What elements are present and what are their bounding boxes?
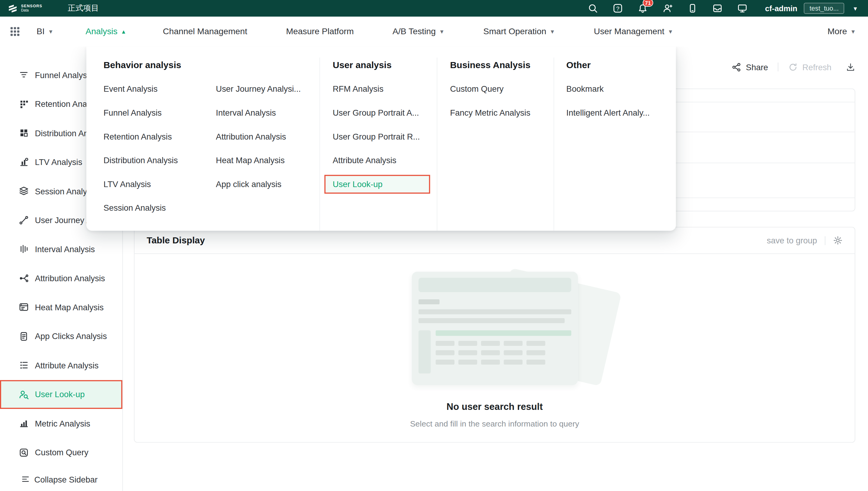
menu-item-attribute-analysis[interactable]: Attribute Analysis	[333, 148, 437, 172]
menu-item-rfm-analysis[interactable]: RFM Analysis	[333, 77, 437, 101]
search-icon[interactable]	[588, 3, 598, 13]
ltv-icon	[19, 157, 29, 167]
nav-item-channel-management[interactable]: Channel Management	[163, 27, 247, 37]
empty-state-illustration	[412, 271, 578, 385]
apps-grid-icon[interactable]	[10, 27, 20, 37]
nav-item-analysis[interactable]: Analysis▲	[86, 27, 127, 37]
panel-title: Table Display	[147, 235, 205, 246]
empty-state-subtitle: Select and fill in the search informatio…	[410, 419, 579, 428]
menu-item-attribution-analysis[interactable]: Attribution Analysis	[216, 124, 301, 148]
table-display-panel: Table Display save to group	[134, 227, 855, 442]
nav-item-ab-testing[interactable]: A/B Testing▼	[393, 27, 445, 37]
empty-state: No user search result Select and fill in…	[135, 254, 855, 428]
collapse-sidebar-button[interactable]: Collapse Sidebar	[0, 467, 122, 491]
menu-item-app-click-analysis[interactable]: App click analysis	[216, 172, 301, 196]
menu-item-user-look-up[interactable]: User Look-up	[333, 172, 437, 196]
sensors-logo: SENSORS Data	[8, 3, 43, 13]
chevron-down-icon: ▼	[668, 28, 673, 34]
refresh-icon	[789, 62, 798, 72]
menu-section-title: Other	[566, 60, 676, 70]
help-icon[interactable]: ?	[613, 3, 623, 13]
sidebar-item-heat-map-analysis[interactable]: Heat Map Analysis	[0, 293, 122, 322]
illustration-main-card	[412, 271, 578, 385]
menu-item-fancy-metric-analysis[interactable]: Fancy Metric Analysis	[450, 101, 554, 125]
nav-item-measure-platform[interactable]: Measure Platform	[286, 27, 354, 37]
chevron-up-icon: ▲	[121, 28, 126, 34]
menu-item-bookmark[interactable]: Bookmark	[566, 77, 676, 101]
header-divider	[825, 236, 825, 245]
chevron-down-icon[interactable]: ▼	[852, 5, 858, 11]
distribution-icon	[19, 128, 29, 138]
chevron-down-icon: ▼	[850, 28, 856, 34]
menu-item-custom-query[interactable]: Custom Query	[450, 77, 554, 101]
monitor-icon[interactable]	[737, 3, 748, 13]
download-button[interactable]	[846, 62, 855, 72]
sidebar-item-app-clicks-analysis[interactable]: App Clicks Analysis	[0, 322, 122, 351]
menu-section-behavior-analysis: Behavior analysis Event Analysis Funnel …	[86, 58, 320, 231]
menu-item-funnel-analysis[interactable]: Funnel Analysis	[104, 101, 216, 125]
menu-item-interval-analysis[interactable]: Interval Analysis	[216, 101, 301, 125]
menu-section-business-analysis: Business Analysis Custom Query Fancy Met…	[437, 58, 554, 231]
sidebar-item-metric-analysis[interactable]: Metric Analysis	[0, 409, 122, 438]
nav-item-user-management[interactable]: User Management▼	[594, 27, 673, 37]
sidebar-item-attribute-analysis[interactable]: Attribute Analysis	[0, 351, 122, 380]
attribute-icon	[19, 360, 29, 370]
chevron-down-icon: ▼	[439, 28, 445, 34]
menu-item-user-group-portrait-r[interactable]: User Group Portrait R...	[333, 124, 437, 148]
topbar: SENSORS Data 正式项目 ? 71	[0, 0, 868, 17]
menu-section-other: Other Bookmark Intelligent Alert Analy..…	[554, 58, 676, 231]
table-display-header: Table Display save to group	[135, 227, 855, 254]
mobile-icon[interactable]	[688, 3, 698, 13]
member-icon[interactable]	[663, 3, 673, 13]
analysis-mega-menu: Behavior analysis Event Analysis Funnel …	[86, 47, 676, 231]
username[interactable]: cf-admin	[765, 4, 797, 13]
bell-icon[interactable]: 71	[638, 3, 648, 13]
funnel-icon	[19, 70, 29, 80]
menu-item-intelligent-alert-analysis[interactable]: Intelligent Alert Analy...	[566, 101, 676, 125]
account-tag[interactable]: test_tuo...	[804, 3, 844, 14]
sidebar-item-custom-query[interactable]: Custom Query	[0, 438, 122, 467]
toolbar-divider	[778, 63, 779, 71]
download-icon	[846, 62, 855, 72]
menu-item-session-analysis[interactable]: Session Analysis	[104, 196, 216, 220]
nav-item-bi[interactable]: BI▼	[37, 27, 54, 37]
session-icon	[19, 186, 29, 196]
menu-section-title: Business Analysis	[450, 60, 554, 70]
menu-item-distribution-analysis[interactable]: Distribution Analysis	[104, 148, 216, 172]
attribution-icon	[19, 273, 29, 283]
chevron-down-icon: ▼	[48, 28, 53, 34]
menu-section-title: Behavior analysis	[104, 60, 319, 70]
menu-item-user-journey-analysis[interactable]: User Journey Analysi...	[216, 77, 301, 101]
app-clicks-icon	[19, 331, 29, 341]
sidebar-item-user-look-up[interactable]: User Look-up	[0, 380, 122, 409]
gear-icon	[833, 236, 843, 245]
inbox-icon[interactable]	[712, 3, 722, 13]
metric-icon	[19, 418, 29, 428]
app-window: SENSORS Data 正式项目 ? 71	[0, 0, 868, 491]
settings-button[interactable]	[833, 236, 843, 245]
chevron-down-icon: ▼	[550, 28, 555, 34]
sensors-logo-icon	[8, 3, 18, 13]
retention-icon	[19, 99, 29, 109]
custom-query-icon	[19, 447, 29, 457]
menu-item-heat-map-analysis[interactable]: Heat Map Analysis	[216, 148, 301, 172]
project-switcher[interactable]: 正式项目	[68, 3, 99, 13]
nav-item-smart-operation[interactable]: Smart Operation▼	[483, 27, 555, 37]
menu-item-event-analysis[interactable]: Event Analysis	[104, 77, 216, 101]
save-to-group-button[interactable]: save to group	[767, 236, 817, 245]
menu-section-user-analysis: User analysis RFM Analysis User Group Po…	[320, 58, 437, 231]
nav-item-more[interactable]: More▼	[828, 27, 856, 37]
brand-text: SENSORS Data	[21, 4, 42, 12]
notification-badge: 71	[643, 0, 653, 7]
sidebar-item-interval-analysis[interactable]: Interval Analysis	[0, 235, 122, 264]
share-button[interactable]: Share	[732, 62, 768, 72]
svg-text:?: ?	[616, 5, 620, 12]
sidebar-item-attribution-analysis[interactable]: Attribution Analysis	[0, 264, 122, 293]
menu-item-user-group-portrait-a[interactable]: User Group Portrait A...	[333, 101, 437, 125]
menu-item-retention-analysis[interactable]: Retention Analysis	[104, 124, 216, 148]
menu-item-ltv-analysis[interactable]: LTV Analysis	[104, 172, 216, 196]
empty-state-title: No user search result	[446, 402, 543, 413]
share-icon	[732, 62, 741, 72]
refresh-button[interactable]: Refresh	[789, 62, 832, 72]
highlighted-menu-item[interactable]: User Look-up	[325, 175, 430, 194]
